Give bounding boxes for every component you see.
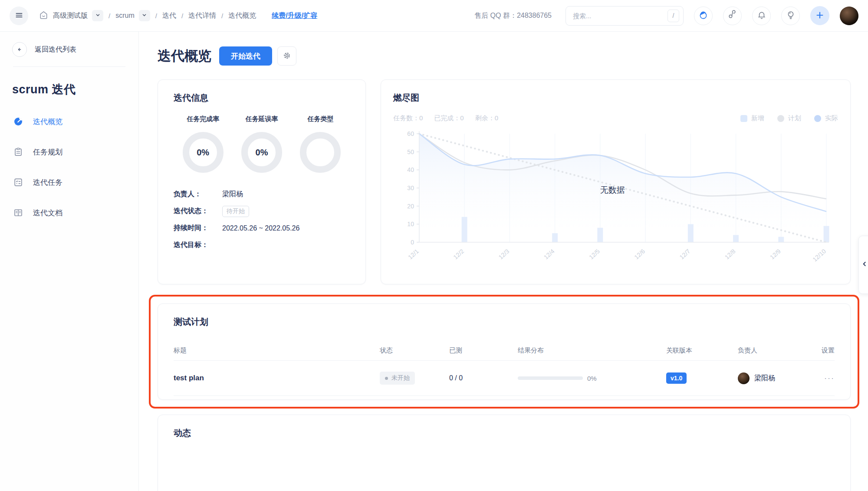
svg-text:30: 30 bbox=[407, 185, 414, 191]
field-label: 持续时间： bbox=[174, 224, 222, 233]
hamburger-icon bbox=[15, 11, 23, 21]
create-new-button[interactable] bbox=[810, 6, 829, 25]
version-badge[interactable]: v1.0 bbox=[666, 372, 687, 384]
customer-service-button[interactable] bbox=[694, 7, 713, 25]
breadcrumb-project[interactable]: scrum bbox=[115, 12, 135, 20]
legend-actual: 实际 bbox=[814, 114, 838, 122]
tips-button[interactable] bbox=[781, 7, 800, 25]
field-owner: 负责人： 梁阳杨 bbox=[174, 186, 350, 203]
svg-text:12/2: 12/2 bbox=[452, 247, 465, 260]
test-plan-title: 测试计划 bbox=[174, 316, 835, 328]
burndown-meta-row: 任务数：0 已完成：0 剩余：0 新增 计划 实际 bbox=[393, 114, 838, 122]
svg-text:20: 20 bbox=[407, 203, 414, 210]
sidebar-item-iteration-overview[interactable]: 迭代概览 bbox=[12, 110, 126, 133]
plan-tested-count: 0 / 0 bbox=[449, 374, 518, 382]
sidebar-item-iteration-tasks[interactable]: 迭代任务 bbox=[12, 171, 126, 194]
burndown-chart: 010203040506012/112/212/312/412/512/612/… bbox=[393, 127, 838, 274]
ring-label: 任务类型 bbox=[307, 115, 333, 123]
user-avatar[interactable] bbox=[840, 7, 858, 25]
breadcrumb-separator: / bbox=[155, 12, 158, 20]
svg-text:12/3: 12/3 bbox=[497, 247, 510, 260]
back-arrow-icon bbox=[12, 42, 27, 57]
column-header-tested: 已测 bbox=[449, 346, 518, 355]
ring-label: 任务完成率 bbox=[187, 115, 219, 123]
status-badge: 待开始 bbox=[222, 206, 249, 217]
field-status: 迭代状态： 待开始 bbox=[174, 203, 350, 220]
field-label: 迭代目标： bbox=[174, 241, 222, 250]
breadcrumb: 高级测试版 / scrum / 迭代 / 迭代详情 / 迭代概览 续费/升级/扩… bbox=[10, 7, 317, 25]
svg-text:12/7: 12/7 bbox=[678, 247, 691, 260]
status-dot-icon bbox=[385, 377, 388, 380]
row-more-actions-button[interactable]: ··· bbox=[809, 374, 835, 383]
no-data-label: 无数据 bbox=[600, 185, 625, 196]
svg-text:12/5: 12/5 bbox=[588, 247, 601, 260]
table-header-row: 标题 状态 已测 结果分布 关联版本 负责人 设置 bbox=[174, 341, 835, 361]
svg-text:12/8: 12/8 bbox=[723, 247, 737, 260]
top-bar: 高级测试版 / scrum / 迭代 / 迭代详情 / 迭代概览 续费/升级/扩… bbox=[0, 0, 868, 32]
svg-text:12/6: 12/6 bbox=[633, 247, 646, 260]
sidebar-section-title: scrum 迭代 bbox=[12, 82, 126, 97]
chevron-left-icon bbox=[861, 260, 868, 269]
sidebar-item-task-planning[interactable]: 任务规划 bbox=[12, 141, 126, 163]
gear-icon bbox=[282, 51, 292, 62]
column-header-settings: 设置 bbox=[809, 346, 835, 355]
breadcrumb-workspace[interactable]: 高级测试版 bbox=[53, 11, 88, 20]
page-title: 迭代概览 bbox=[158, 47, 211, 65]
field-label: 迭代状态： bbox=[174, 207, 222, 216]
burndown-chart-svg: 010203040506012/112/212/312/412/512/612/… bbox=[393, 127, 838, 274]
ring-value: 0% bbox=[256, 148, 268, 158]
plan-title-link[interactable]: test plan bbox=[174, 374, 380, 382]
notifications-button[interactable] bbox=[752, 7, 771, 25]
field-label: 负责人： bbox=[174, 190, 222, 199]
burndown-title: 燃尽图 bbox=[393, 92, 838, 104]
burndown-stats: 任务数：0 已完成：0 剩余：0 bbox=[393, 114, 498, 122]
sidebar: 返回迭代列表 scrum 迭代 迭代概览 任务规划 bbox=[0, 32, 139, 491]
upgrade-link[interactable]: 续费/升级/扩容 bbox=[272, 11, 317, 20]
activity-card: 动态 bbox=[158, 415, 851, 491]
sidebar-divider bbox=[13, 66, 125, 67]
svg-text:40: 40 bbox=[407, 166, 414, 173]
red-annotation-box: 测试计划 标题 状态 已测 结果分布 关联版本 负责人 设置 test plan bbox=[149, 295, 859, 409]
back-to-iteration-list[interactable]: 返回迭代列表 bbox=[12, 42, 126, 57]
breadcrumb-separator: / bbox=[108, 12, 111, 20]
breadcrumb-item[interactable]: 迭代详情 bbox=[188, 11, 216, 20]
sidebar-item-label: 迭代概览 bbox=[33, 117, 62, 127]
breadcrumb-item[interactable]: 迭代概览 bbox=[228, 11, 256, 20]
sidebar-item-label: 迭代文档 bbox=[33, 208, 62, 218]
project-dropdown-button[interactable] bbox=[139, 10, 150, 21]
ring-chart bbox=[300, 132, 341, 173]
right-panel-expander[interactable] bbox=[858, 236, 868, 294]
chevron-down-icon bbox=[95, 12, 101, 20]
test-plan-table: 标题 状态 已测 结果分布 关联版本 负责人 设置 test plan 未开始 bbox=[174, 341, 835, 396]
svg-text:12/9: 12/9 bbox=[769, 247, 782, 260]
test-plan-card: 测试计划 标题 状态 已测 结果分布 关联版本 负责人 设置 test plan bbox=[158, 303, 851, 400]
breadcrumb-item[interactable]: 迭代 bbox=[162, 11, 176, 20]
legend-circle-icon bbox=[777, 115, 784, 122]
plus-icon bbox=[815, 10, 825, 21]
ring-task-completion: 任务完成率 0% bbox=[174, 115, 232, 173]
start-iteration-button[interactable]: 开始迭代 bbox=[219, 46, 272, 66]
column-header-version: 关联版本 bbox=[666, 346, 738, 355]
table-row: test plan 未开始 0 / 0 0% v1.0 bbox=[174, 361, 835, 396]
column-header-status: 状态 bbox=[380, 346, 449, 355]
back-label: 返回迭代列表 bbox=[35, 45, 76, 54]
gauge-icon bbox=[13, 116, 23, 127]
plan-owner: 梁阳杨 bbox=[738, 372, 809, 384]
sidebar-item-iteration-docs[interactable]: 迭代文档 bbox=[12, 201, 126, 224]
search-box[interactable]: / bbox=[566, 6, 684, 26]
owner-avatar bbox=[738, 372, 750, 384]
integrations-button[interactable] bbox=[723, 7, 742, 25]
settings-button[interactable] bbox=[277, 46, 296, 66]
activity-title: 动态 bbox=[174, 427, 835, 439]
stat-done: 已完成：0 bbox=[434, 114, 464, 122]
breadcrumb-separator: / bbox=[181, 12, 184, 20]
ring-chart: 0% bbox=[183, 132, 224, 173]
workspace-dropdown-button[interactable] bbox=[92, 10, 103, 21]
home-icon[interactable] bbox=[39, 10, 49, 22]
page-header: 迭代概览 开始迭代 bbox=[158, 46, 851, 66]
stat-remaining: 剩余：0 bbox=[475, 114, 498, 122]
stat-total: 任务数：0 bbox=[393, 114, 423, 122]
hamburger-menu-button[interactable] bbox=[10, 7, 28, 25]
svg-text:12/1: 12/1 bbox=[407, 247, 420, 260]
search-input[interactable] bbox=[573, 12, 667, 20]
